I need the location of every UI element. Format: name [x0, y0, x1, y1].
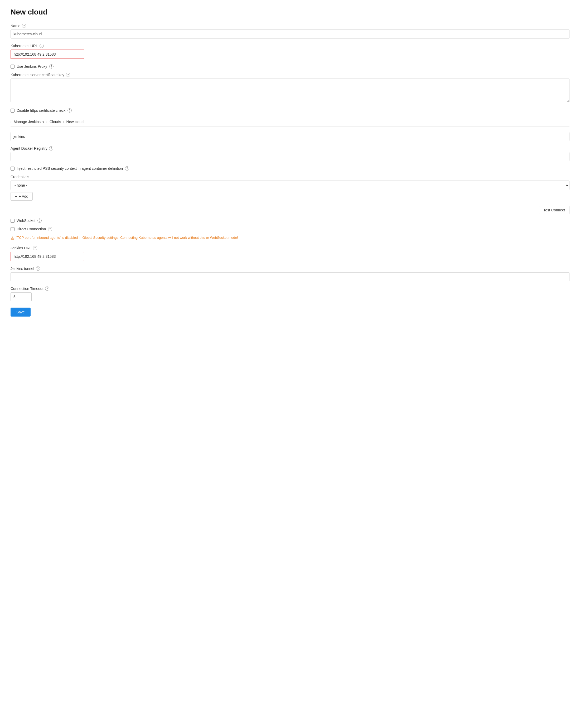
jenkins-namespace-field-group	[10, 132, 570, 141]
kubernetes-cert-help-icon[interactable]: ?	[66, 73, 70, 77]
inject-pss-checkbox[interactable]	[10, 166, 15, 171]
connection-timeout-input[interactable]	[10, 292, 32, 301]
inject-pss-label: Inject restricted PSS security context i…	[17, 166, 123, 171]
breadcrumb: › Manage Jenkins ∨ › Clouds › New cloud	[10, 117, 570, 127]
websocket-label: WebSocket	[17, 218, 35, 223]
jenkins-tunnel-field-group: Jenkins tunnel ?	[10, 266, 570, 281]
test-connection-button[interactable]: Test Connect	[539, 206, 570, 214]
disable-https-checkbox[interactable]	[10, 109, 15, 112]
jenkins-url-label: Jenkins URL ?	[10, 246, 570, 250]
websocket-checkbox[interactable]	[10, 219, 15, 223]
jenkins-namespace-input[interactable]	[10, 132, 570, 141]
agent-docker-registry-field-group: Agent Docker Registry ?	[10, 146, 570, 161]
direct-connection-help-icon[interactable]: ?	[48, 227, 52, 231]
warning-text: 'TCP port for inbound agents' is disable…	[16, 235, 238, 240]
name-label: Name ?	[10, 24, 570, 28]
breadcrumb-chevron-2: ›	[46, 120, 47, 124]
use-jenkins-proxy-help-icon[interactable]: ?	[49, 64, 53, 69]
save-button[interactable]: Save	[10, 308, 31, 316]
name-help-icon[interactable]: ?	[22, 24, 26, 28]
agent-docker-registry-help-icon[interactable]: ?	[49, 146, 53, 151]
test-connection-wrapper: Test Connect	[10, 206, 570, 214]
jenkins-url-input[interactable]	[10, 252, 84, 261]
breadcrumb-chevron-1: ›	[10, 120, 11, 124]
name-field-group: Name ?	[10, 24, 570, 38]
use-jenkins-proxy-checkbox[interactable]	[10, 64, 15, 69]
websocket-help-icon[interactable]: ?	[37, 218, 42, 223]
disable-https-label: Disable https certificate check	[17, 108, 66, 112]
disable-https-help-icon[interactable]: ?	[68, 108, 72, 112]
credentials-field-group: Credentials - none - + + Add	[10, 175, 570, 201]
direct-connection-checkbox[interactable]	[10, 227, 15, 231]
breadcrumb-new-cloud: New cloud	[67, 120, 83, 124]
use-jenkins-proxy-label: Use Jenkins Proxy	[17, 64, 47, 69]
breadcrumb-manage-jenkins[interactable]: Manage Jenkins ∨	[14, 120, 44, 124]
save-button-wrapper: Save	[10, 308, 570, 316]
connection-timeout-help-icon[interactable]: ?	[45, 287, 49, 291]
add-credentials-button[interactable]: + + Add	[10, 192, 33, 201]
jenkins-url-help-icon[interactable]: ?	[33, 246, 37, 250]
agent-docker-registry-label: Agent Docker Registry ?	[10, 146, 570, 151]
inject-pss-row: Inject restricted PSS security context i…	[10, 166, 570, 171]
connection-timeout-label: Connection Timeout ?	[10, 287, 570, 291]
jenkins-url-field-group: Jenkins URL ?	[10, 246, 570, 261]
warning-row: ⚠ 'TCP port for inbound agents' is disab…	[10, 235, 570, 241]
kubernetes-url-label: Kubernetes URL ?	[10, 44, 570, 48]
page-title: New cloud	[10, 8, 570, 16]
kubernetes-cert-input[interactable]	[10, 79, 570, 102]
use-jenkins-proxy-row: Use Jenkins Proxy ?	[10, 64, 570, 69]
inject-pss-help-icon[interactable]: ?	[125, 166, 129, 171]
jenkins-tunnel-help-icon[interactable]: ?	[36, 266, 40, 271]
breadcrumb-chevron-3: ›	[63, 120, 64, 124]
credentials-label: Credentials	[10, 175, 570, 179]
kubernetes-url-input[interactable]	[10, 50, 84, 59]
jenkins-tunnel-input[interactable]	[10, 272, 570, 281]
connection-timeout-field-group: Connection Timeout ?	[10, 287, 570, 301]
kubernetes-url-field-group: Kubernetes URL ?	[10, 44, 570, 59]
warning-icon: ⚠	[10, 236, 14, 241]
kubernetes-cert-label: Kubernetes server certificate key ?	[10, 73, 570, 77]
agent-docker-registry-input[interactable]	[10, 152, 570, 161]
direct-connection-label: Direct Connection	[17, 227, 46, 231]
name-input[interactable]	[10, 29, 570, 38]
plus-icon: +	[15, 194, 17, 199]
jenkins-tunnel-label: Jenkins tunnel ?	[10, 266, 570, 271]
direct-connection-row: Direct Connection ?	[10, 227, 570, 231]
disable-https-row: Disable https certificate check ?	[10, 108, 570, 112]
websocket-row: WebSocket ?	[10, 218, 570, 223]
credentials-select[interactable]: - none -	[10, 181, 570, 190]
kubernetes-cert-field-group: Kubernetes server certificate key ?	[10, 73, 570, 103]
breadcrumb-clouds[interactable]: Clouds	[50, 120, 61, 124]
kubernetes-url-help-icon[interactable]: ?	[40, 44, 44, 48]
